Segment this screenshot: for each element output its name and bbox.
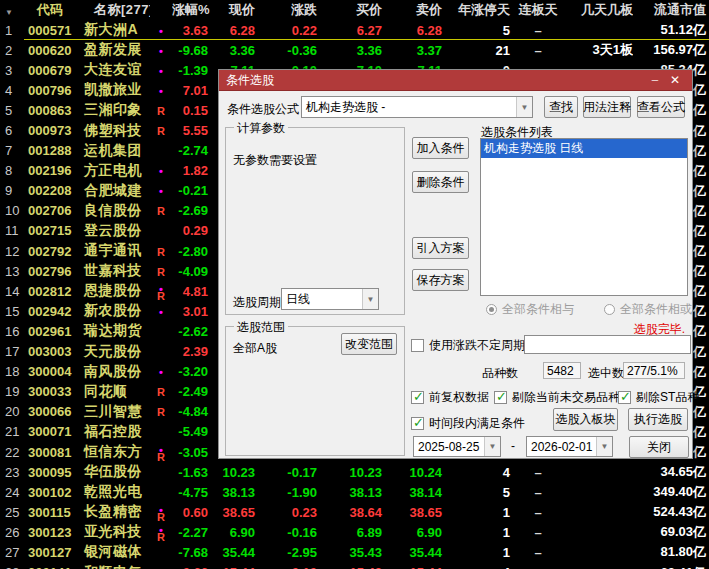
checkbox-forward-adjusted[interactable]: 前复权数据 [411,389,489,406]
col-header-name[interactable]: 名称[277]· [78,1,150,19]
date-separator: - [511,439,515,453]
col-header-change[interactable]: 涨跌 [258,1,320,19]
table-row[interactable]: 28 300141 和顺电气 0.66 15.44 0.10 15.43 15.… [0,563,709,569]
calc-params-group-label: 计算参数 [234,120,288,137]
table-header: ▼ 代码 名称[277]· 涨幅% 现价 涨跌 买价 卖价 年涨停天 连板天 几… [0,0,709,20]
magenta-dot-icon: • [159,185,163,197]
formula-combobox[interactable]: 机构走势选股 - ▼ [301,96,533,118]
magenta-dot-icon: • [159,85,163,97]
r-flag-icon: R [157,266,165,278]
formula-label: 条件选股公式 [227,101,299,118]
radio-icon [604,304,615,315]
dialog-title: 条件选股 [226,72,645,89]
condition-stock-pick-dialog: 条件选股 ─ ✕ 条件选股公式 机构走势选股 - ▼ 查找 用法注释 查看公式 … [218,69,693,459]
view-formula-button[interactable]: 查看公式 [637,96,685,118]
chevron-down-icon[interactable]: ▼ [362,289,378,309]
table-row[interactable]: 27 300127 银河磁体 -7.68 35.44 -2.95 35.43 3… [0,542,709,562]
r-flag-icon: R [157,205,165,217]
magenta-dot-icon: • [159,366,163,378]
r-flag-icon: R [157,292,165,301]
condition-listbox[interactable]: 机构走势选股 日线 [480,138,688,296]
row-marker: • [150,63,172,78]
table-row[interactable]: 23 300095 华伍股份 -1.63 10.23 -0.17 10.23 1… [0,462,709,482]
col-header-sell[interactable]: 卖价 [385,1,445,19]
checkbox-use-variable-period[interactable]: 使用涨跌不定周期 [411,337,525,354]
selected-count-label: 选中数 [588,365,624,382]
import-plan-button[interactable]: 引入方案 [412,237,469,259]
col-header-consecutive-boards[interactable]: 连板天 [513,1,563,19]
r-flag-icon: R [157,125,165,137]
date-from-combobox[interactable]: 2025-08-25 ▼ [413,436,501,457]
condition-list-selected-item[interactable]: 机构走势选股 日线 [481,139,687,158]
formula-value: 机构走势选股 - [302,99,516,116]
col-header-code[interactable]: 代码 [24,1,78,19]
magenta-dot-icon: • [159,306,163,318]
radio-all-conditions-and[interactable]: 全部条件相与 [486,301,574,318]
col-header-year-limit-days[interactable]: 年涨停天 [445,1,513,19]
col-header-market-cap[interactable]: 流通市值 [633,1,709,19]
close-icon[interactable]: ✕ [665,70,685,91]
row-marker: R [150,103,172,118]
date-to-value: 2026-02-01 [527,440,596,454]
r-flag-icon: R [157,246,165,258]
col-header-days-boards[interactable]: 几天几板 [563,1,633,19]
col-header-buy[interactable]: 买价 [320,1,385,19]
r-flag-icon: R [157,453,165,462]
usage-notes-button[interactable]: 用法注释 [583,96,631,118]
row-marker: • [150,43,172,58]
col-header-pct[interactable]: 涨幅% [172,1,210,19]
chevron-down-icon[interactable]: ▼ [516,97,532,117]
date-from-value: 2025-08-25 [414,440,484,454]
change-range-button[interactable]: 改变范围 [341,333,397,355]
r-flag-icon: R [157,386,165,398]
count-value-field: 5482 [543,362,581,379]
checkbox-time-range[interactable]: 时间段内满足条件 [411,415,525,432]
row-marker: R [150,244,172,259]
row-marker: • [150,364,172,379]
magenta-dot-icon: • [159,65,163,77]
row-marker: R [150,264,172,279]
close-button[interactable]: 关闭 [629,436,689,458]
row-marker: • [150,304,172,319]
dialog-titlebar[interactable]: 条件选股 ─ ✕ [219,70,692,91]
delete-condition-button[interactable]: 删除条件 [412,171,469,193]
range-value: 全部А股 [233,340,277,357]
execute-pick-button[interactable]: 执行选股 [628,408,688,431]
row-marker: R [150,404,172,419]
row-marker: • [150,183,172,198]
row-marker: • [150,83,172,98]
minimize-icon[interactable]: ─ [645,70,665,91]
table-row[interactable]: 26 300123 亚光科技 •R -2.27 6.90 -0.16 6.89 … [0,522,709,542]
period-label: 选股周期: [233,294,284,311]
table-row[interactable]: 24 300102 乾照光电 -4.75 38.13 -1.90 38.13 3… [0,482,709,502]
chevron-down-icon[interactable]: ▼ [596,437,612,456]
row-marker: • [150,163,172,178]
period-combobox[interactable]: 日线 ▼ [281,288,379,310]
date-to-combobox[interactable]: 2026-02-01 ▼ [526,436,613,457]
add-condition-button[interactable]: 加入条件 [412,137,469,159]
stock-range-group-label: 选股范围 [234,319,288,336]
checkbox-icon [494,391,507,404]
r-flag-icon: R [157,406,165,418]
find-button[interactable]: 查找 [544,96,578,118]
save-plan-button[interactable]: 保存方案 [412,269,469,291]
pick-into-block-button[interactable]: 选股入板块 [553,408,618,431]
radio-icon [486,304,497,315]
row-marker: R [150,123,172,138]
variable-period-input[interactable] [524,335,691,354]
checkbox-icon [411,391,424,404]
stock-screener-window: ▼ 代码 名称[277]· 涨幅% 现价 涨跌 买价 卖价 年涨停天 连板天 几… [0,0,709,569]
row-marker: •R [150,442,172,462]
checkbox-exclude-untraded[interactable]: 剔除当前未交易品种 [494,389,620,406]
table-row[interactable]: 1 000571 新大洲A • 3.63 6.28 0.22 6.27 6.28… [0,20,709,40]
row-marker: •R [150,522,172,542]
period-value: 日线 [282,291,362,308]
checkbox-exclude-st[interactable]: 剔除ST品种 [618,389,699,406]
col-header-price[interactable]: 现价 [210,1,258,19]
radio-all-conditions-or[interactable]: 全部条件相或 [604,301,692,318]
table-row[interactable]: 25 300115 长盈精密 •R 0.60 38.65 0.23 38.64 … [0,502,709,522]
table-row[interactable]: 2 000620 盈新发展 • -9.68 3.36 -0.36 3.36 3.… [0,40,709,60]
sort-indicator-icon[interactable]: ▼ [5,8,13,17]
chevron-down-icon[interactable]: ▼ [484,437,500,456]
r-flag-icon: R [157,533,165,542]
